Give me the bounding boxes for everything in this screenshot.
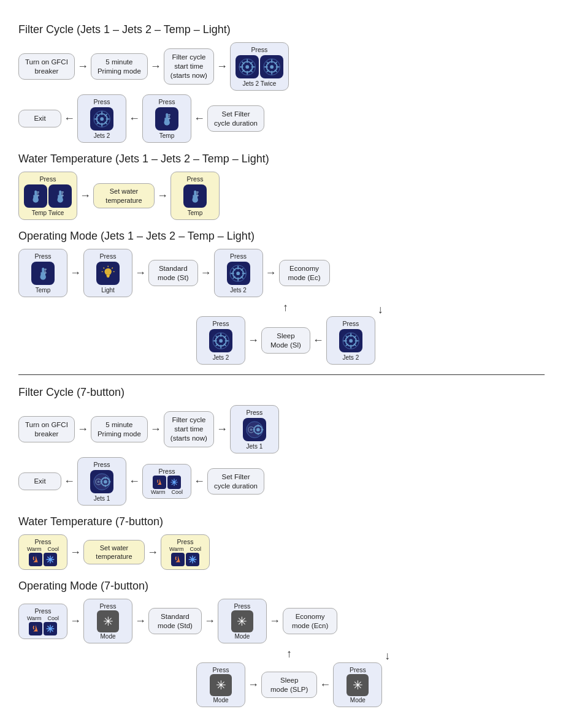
light-sublabel: Light [89,287,127,294]
temp-twice-icon-b [48,184,72,208]
press-jets2-twice-box: Press Jets 2 Twice [230,42,289,91]
press-jets1-box: Press Jets 1 [230,405,279,453]
arrow-down-economy: ↓ [378,303,383,316]
temp-icon-opmode [31,262,55,285]
press-warmcool-water2-label: Press [166,538,204,545]
temp-sublabel1: Temp [148,132,186,139]
section1-title: Filter Cycle (Jets 1 – Jets 2 – Temp – L… [18,23,545,36]
mode-star-icon4: ✳ [347,674,369,696]
set-water-temp-box: Set watertemperature [93,183,155,208]
press-temp-twice-label: Press [24,175,72,183]
press-temp-box1: Press Temp [142,94,191,143]
temp-twice-icon-a [24,184,47,208]
press-warmcool-filter-box: Press Warm Cool [142,464,191,499]
arrow3: → [216,60,228,73]
set-filter-duration-box2: Set Filtercycle duration [207,468,264,495]
press-mode-label: Press [89,602,127,610]
arrow-sleep-left2: ← [313,334,324,347]
arrow9: → [266,267,277,279]
water-temp-7btn-row: Press WarmCool → Set watertemperature → … [18,534,545,570]
filter-start-box: Filter cyclestart time(starts now) [164,48,214,85]
light-icon [96,262,120,285]
arrow18: → [269,615,280,628]
arrow17: → [204,615,215,628]
jets2-sleepright-sublabel: Jets 2 [332,354,370,361]
exit-box: Exit [18,110,61,127]
arrow6: → [70,267,81,279]
jets2-opmode-sublabel: Jets 2 [220,287,258,294]
cool-icon-filter [167,476,181,489]
jets2-sleep-sublabel: Jets 2 [202,354,240,361]
arrow4: → [80,189,91,202]
press-jets2-box: Press Jets 2 [77,94,126,143]
jets2-icon-a [236,55,259,78]
op-mode-jets-row1: Press Temp → Press Light → Standardmode … [18,249,545,297]
arrow-sleep-left: → [248,334,259,347]
jets2-icon-opmode [227,262,250,285]
warmcool-water2-toplabels: WarmCool [166,546,204,552]
mode-sublabel: Mode [89,633,127,640]
press-temp-opmode-label: Press [24,252,62,260]
jets1-icon-b [90,470,113,493]
section5-title: Water Temperature (7-button) [18,515,545,528]
section2-title: Water Temperature (Jets 1 – Jets 2 – Tem… [18,153,545,165]
press-mode-sleep2-label: Press [339,666,377,673]
standard-mode-box: Standardmode (St) [148,260,198,287]
warmcool-opmode-toplabels: WarmCool [24,615,62,621]
section3-title: Operating Mode (Jets 1 – Jets 2 – Temp –… [18,230,545,243]
press-mode-sleep2-box: Press ✳ Mode [333,662,382,707]
set-water-temp-box2: Set watertemperature [83,540,145,565]
warm-icon-filter [153,476,166,489]
arrow8: → [201,267,212,279]
filter-cycle-7btn-row2: Exit ← Press Jets 1 ← Press Warm Cool ← … [18,457,545,506]
arrow-left3: ← [194,112,205,125]
arrow-sleep-right: → [248,678,259,691]
priming-mode-box2: 5 minutePriming mode [91,416,148,443]
jets2-sublabel: Jets 2 [83,132,121,139]
mode-star-icon2: ✳ [231,610,253,632]
cool-icon-water2 [186,553,199,566]
cool-icon-water [44,553,57,566]
filter-cycle-7btn-row1: Turn on GFCIbreaker → 5 minutePriming mo… [18,405,545,453]
op-mode-7btn-row2-container: ↓ Press ✳ Mode → Sleepmode (SLP) ← Press… [18,647,545,707]
gfci-breaker-box2: Turn on GFCIbreaker [18,416,75,443]
press-jets1-exit-box: Press Jets 1 [77,457,126,506]
press-temp-label2: Press [176,175,214,183]
arrow1: → [77,60,88,73]
press-temp-twice-box: Press Temp Twice [18,172,77,220]
jets1-exit-sublabel: Jets 1 [83,495,121,502]
press-temp-opmode-box: Press Temp [18,249,67,297]
arrow16: → [135,615,146,628]
temp-twice-sublabel: Temp Twice [24,210,72,216]
arrow-left5: ← [129,475,140,488]
press-warmcool-opmode-label: Press [24,607,62,615]
mode-sleep-sublabel: Mode [202,697,240,703]
press-jets2-sleepright-box: Press Jets 2 [326,316,375,365]
arrow-down-economy2: ↓ [385,650,390,662]
mode-sleep2-sublabel: Mode [339,697,377,703]
press-jets2-sleep-label: Press [202,320,240,327]
arrow-up-standard: ↓ [283,302,288,315]
press-temp-box2: Press Temp [170,172,220,220]
op-mode-7btn-row1: Press WarmCool → Press ✳ Mode → Standard… [18,599,545,643]
op-mode-jets-row2-container: ↓ Press Jets 2 → SleepMode (Sl) ← Press [18,301,545,365]
temp-icon-a [155,107,178,131]
exit-box2: Exit [18,472,61,490]
section4-title: Filter Cycle (7-button) [18,386,545,399]
arrow-left4: ← [64,475,75,488]
press-jets2-sleepright-label: Press [332,320,370,327]
arrow7: → [135,267,146,279]
press-mode-sleep-box: Press ✳ Mode [196,662,245,707]
arrow2: → [150,60,161,73]
press-warmcool-water-label: Press [24,538,62,545]
press-jets2-sleep-box: Press Jets 2 [196,316,245,365]
section6-title: Operating Mode (7-button) [18,580,545,593]
press-jets2-opmode-label: Press [220,252,258,260]
warm-icon-water [29,553,42,566]
press-warmcool-water2-box: Press WarmCool [161,534,210,570]
sleep-mode-box2: Sleepmode (SLP) [261,672,317,699]
jets2-twice-sublabel: Jets 2 Twice [236,80,283,87]
priming-mode-box: 5 minutePriming mode [91,53,148,80]
temp-opmode-sublabel: Temp [24,287,62,294]
water-temp-jets-row: Press Temp Twice → Set watertemperature … [18,172,545,220]
